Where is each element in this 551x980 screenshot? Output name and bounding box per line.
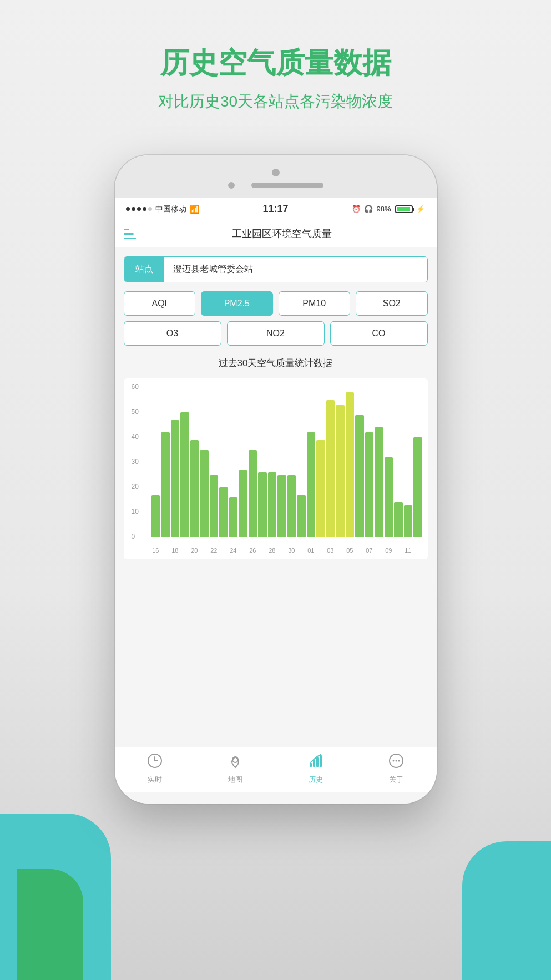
headphone-icon: 🎧: [364, 205, 373, 213]
bar-item-5: [200, 387, 209, 537]
bar-10: [249, 450, 257, 538]
bar-17: [316, 440, 325, 538]
x-label-23: [375, 547, 383, 554]
signal-dots: [126, 207, 152, 211]
pollutant-btn-so2[interactable]: SO2: [356, 291, 428, 316]
y-label-20: 20: [132, 483, 139, 491]
x-label-4: 20: [190, 547, 199, 554]
x-label-0: 16: [151, 547, 160, 554]
battery-percent: 98%: [376, 205, 391, 213]
nav-label-about: 关于: [389, 775, 403, 785]
pollutant-btn-aqi[interactable]: AQI: [124, 291, 196, 316]
signal-dot-1: [126, 207, 130, 211]
nav-label-realtime: 实时: [148, 775, 162, 785]
bar-6: [210, 475, 219, 538]
bottom-nav: 实时 地图: [115, 747, 437, 792]
bar-2: [171, 420, 180, 538]
chart-title: 过去30天空气质量统计数据: [124, 357, 428, 370]
status-carrier: 中国移动: [155, 204, 186, 214]
x-label-17: [316, 547, 325, 554]
bar-14: [287, 475, 296, 538]
x-label-26: 11: [404, 547, 413, 554]
pollutant-btn-o3[interactable]: O3: [124, 321, 221, 346]
header-section: 历史空气质量数据 对比历史30天各站点各污染物浓度: [0, 0, 551, 134]
bar-item-24: [385, 387, 393, 537]
phone-dot: [228, 182, 235, 189]
status-bar: 中国移动 📶 11:17 ⏰ 🎧 98% ⚡: [115, 198, 437, 220]
bar-18: [326, 400, 335, 538]
menu-line-3: [124, 238, 136, 239]
bar-11: [258, 472, 267, 537]
x-labels: 1618202224262830010305070911: [151, 547, 422, 554]
nav-icon-realtime: [147, 753, 163, 772]
bar-8: [229, 497, 238, 537]
chart-container: 60 50 40 30 20: [124, 378, 428, 559]
bg-decoration-teal-right: [462, 841, 551, 980]
bar-item-6: [210, 387, 219, 537]
station-value: 澄迈县老城管委会站: [164, 257, 427, 282]
x-label-9: [239, 547, 247, 554]
battery-fill: [397, 207, 410, 211]
pollutant-btn-no2[interactable]: NO2: [227, 321, 325, 346]
nav-item-realtime[interactable]: 实时: [115, 753, 195, 785]
nav-item-map[interactable]: 地图: [195, 753, 276, 785]
x-label-5: [200, 547, 209, 554]
nav-icon-about: [388, 753, 404, 772]
x-label-22: 07: [365, 547, 374, 554]
charging-icon: ⚡: [416, 205, 425, 213]
y-label-60: 60: [132, 383, 139, 391]
bar-4: [190, 440, 199, 538]
x-label-19: [336, 547, 345, 554]
phone-mockup: 中国移动 📶 11:17 ⏰ 🎧 98% ⚡ 工业园区环境空气质量: [115, 155, 437, 804]
bar-1: [161, 432, 170, 537]
x-label-14: 30: [287, 547, 296, 554]
bar-23: [375, 427, 383, 537]
pollutant-btn-pm10[interactable]: PM10: [279, 291, 351, 316]
x-label-13: [277, 547, 286, 554]
x-label-24: 09: [385, 547, 393, 554]
header-subtitle: 对比历史30天各站点各污染物浓度: [0, 91, 551, 112]
status-time: 11:17: [262, 203, 288, 215]
x-label-2: 18: [171, 547, 180, 554]
bar-24: [385, 457, 393, 537]
bar-7: [219, 487, 228, 537]
menu-button[interactable]: [124, 229, 136, 239]
bar-item-23: [375, 387, 383, 537]
phone-speaker: [251, 183, 323, 188]
x-label-20: 05: [346, 547, 355, 554]
x-label-25: [394, 547, 403, 554]
nav-item-history[interactable]: 历史: [276, 753, 356, 785]
station-label: 站点: [124, 257, 164, 282]
pollutant-btn-pm25[interactable]: PM2.5: [201, 291, 273, 316]
y-label-30: 30: [132, 458, 139, 466]
phone-speaker-row: [228, 182, 323, 189]
bar-item-20: [346, 387, 355, 537]
bar-0: [151, 495, 160, 538]
pollutant-grid-row1: AQI PM2.5 PM10 SO2: [124, 291, 428, 316]
pollutant-grid-row2: O3 NO2 CO: [124, 321, 428, 346]
x-label-27: [413, 547, 422, 554]
bar-15: [297, 495, 306, 538]
bar-12: [268, 472, 277, 537]
svg-rect-7: [320, 755, 322, 767]
bar-item-16: [307, 387, 316, 537]
y-label-0: 0: [132, 533, 135, 540]
bar-item-2: [171, 387, 180, 537]
svg-point-9: [393, 760, 395, 762]
x-label-3: [180, 547, 189, 554]
bar-item-19: [336, 387, 345, 537]
phone-bottom: [115, 792, 437, 804]
chart-area: 60 50 40 30 20: [151, 387, 422, 554]
pollutant-btn-co[interactable]: CO: [330, 321, 428, 346]
bar-item-3: [180, 387, 189, 537]
x-label-16: 01: [307, 547, 316, 554]
bar-item-8: [229, 387, 238, 537]
nav-item-about[interactable]: 关于: [356, 753, 437, 785]
y-label-40: 40: [132, 433, 139, 441]
nav-label-history: 历史: [309, 775, 323, 785]
phone-camera: [272, 169, 280, 176]
bar-16: [307, 432, 316, 537]
x-label-7: [219, 547, 228, 554]
station-selector[interactable]: 站点 澄迈县老城管委会站: [124, 256, 428, 282]
svg-rect-5: [313, 760, 315, 767]
